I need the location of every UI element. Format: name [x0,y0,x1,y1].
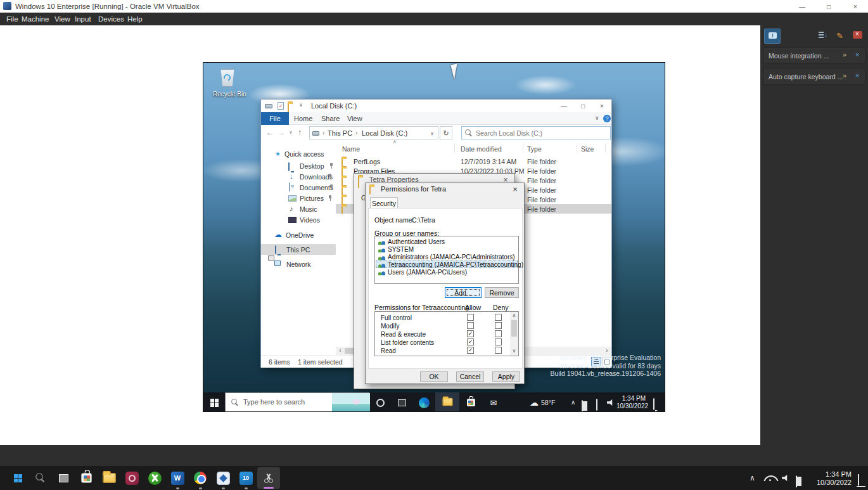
host-tray-chevron-icon[interactable]: ∧ [750,474,755,482]
up-icon[interactable]: ↑ [298,128,302,137]
network-tray-icon[interactable] [596,399,597,411]
host-search-button[interactable] [29,466,52,490]
cancel-button[interactable]: Cancel [456,371,484,382]
column-header-date[interactable]: Date modified [461,145,502,153]
host-task-view-button[interactable] [52,466,75,490]
column-header-size[interactable]: Size [581,145,594,153]
deny-checkbox[interactable] [495,330,502,337]
permissions-list[interactable]: Full control Modify Read & execute ✓ Lis… [374,311,519,356]
qat-dropdown-icon[interactable]: ∨ [299,102,303,108]
explorer-close-button[interactable]: × [592,100,611,112]
notification-ack-icon[interactable]: » [843,72,846,79]
menu-view[interactable]: View [54,15,70,23]
recent-dropdown-icon[interactable]: ∨ [289,129,293,135]
sidebar-item-music[interactable]: ♪ Music [261,204,336,214]
explorer-minimize-button[interactable]: — [554,100,573,112]
word-button[interactable]: W [166,466,189,490]
group-item-administrators[interactable]: Administrators (JAMAICA-PC\Administrator… [376,253,518,261]
scroll-down-icon[interactable]: ∨ [511,349,517,354]
permissions-close-button[interactable]: × [506,183,524,195]
notification-ack-icon[interactable]: » [843,51,846,58]
scroll-right-icon[interactable]: › [604,348,610,353]
sidebar-item-onedrive[interactable]: ☁ OneDrive [261,230,336,240]
notification-bell-icon[interactable] [858,474,859,486]
host-battery-icon[interactable] [796,475,797,487]
search-box[interactable]: Search Local Disk (C:) [461,126,611,139]
allow-checkbox[interactable] [467,322,474,329]
vm-start-button[interactable] [203,392,225,412]
sidebar-item-this-pc[interactable]: This PC [261,244,336,255]
deny-checkbox[interactable] [495,347,502,354]
chrome-button[interactable] [189,466,212,490]
add-button[interactable]: Add... [445,287,482,298]
notification-item-auto-capture[interactable]: Auto capture keyboard ... » × [763,68,865,85]
back-icon[interactable]: ← [266,128,274,137]
notification-close-icon[interactable]: × [855,51,859,58]
tab-file[interactable]: File [261,112,289,125]
crumb-current[interactable]: Local Disk (C:) [362,129,407,137]
group-item-users[interactable]: Users (JAMAICA-PC\Users) [376,268,518,276]
tab-security[interactable]: Security [370,197,398,209]
column-divider[interactable] [523,143,523,153]
column-divider[interactable] [605,143,606,153]
edge-button[interactable] [412,392,435,412]
menu-help[interactable]: Help [127,15,143,23]
permissions-scrollbar[interactable]: ∧ ∨ [510,312,518,356]
host-file-explorer-button[interactable] [98,466,120,490]
allow-checkbox[interactable]: ✓ [467,347,474,354]
tab-view[interactable]: View [347,115,362,122]
notification-center-button[interactable]: ! [764,29,781,44]
menu-input[interactable]: Input [75,15,91,23]
menu-machine[interactable]: Machine [22,15,49,23]
dismiss-all-icon[interactable]: × [853,31,862,39]
column-header-name[interactable]: Name [342,145,360,153]
task-view-button[interactable] [391,392,412,412]
host-store-button[interactable] [75,466,98,490]
file-row-perflogs[interactable]: PerfLogs 12/7/2019 3:14 AM File folder [336,157,611,166]
apply-button[interactable]: Apply [492,371,520,382]
volume-icon[interactable] [607,399,614,406]
menu-devices[interactable]: Devices [98,15,124,23]
column-divider[interactable] [454,143,455,153]
notification-item-mouse-integration[interactable]: Mouse integration ... » × [763,47,865,64]
windows10-app-button[interactable]: 10 [234,466,257,490]
allow-checkbox[interactable]: ✓ [467,330,474,337]
vm-weather-widget[interactable]: ☁ 58°F [530,392,566,412]
red-app-button[interactable] [120,466,143,490]
tab-share[interactable]: Share [321,115,340,122]
allow-checkbox[interactable] [467,314,474,321]
recycle-bin[interactable]: Recycle Bin [211,68,244,100]
vm-clock[interactable]: 1:34 PM 10/30/2022 [616,395,646,410]
scroll-left-icon[interactable]: ‹ [337,348,343,353]
help-icon[interactable]: ? [603,115,611,122]
vm-search-box[interactable]: Type here to search [225,392,369,412]
sort-notifications-icon[interactable]: ↓ [819,30,829,41]
vbox-restore-button[interactable]: □ [819,0,839,13]
deny-checkbox[interactable] [495,314,502,321]
xbox-button[interactable] [143,466,166,490]
group-item-system[interactable]: SYSTEM [376,245,518,253]
vbox-minimize-button[interactable]: — [792,0,812,13]
forward-icon[interactable]: → [278,128,285,137]
sidebar-item-desktop[interactable]: Desktop [261,161,336,171]
refresh-button[interactable]: ↻ [440,126,452,139]
mail-button[interactable]: ✉ [482,392,505,412]
crumb-this-pc[interactable]: This PC [328,129,352,137]
allow-checkbox[interactable]: ✓ [467,338,474,345]
ribbon-collapse-icon[interactable]: ∨ [595,115,599,121]
deny-checkbox[interactable] [495,338,502,345]
virtualbox-button[interactable] [212,466,234,490]
qat-checkdoc-icon[interactable]: ✓ [278,102,284,110]
store-button[interactable] [459,392,482,412]
battery-icon[interactable] [582,400,583,412]
sidebar-quick-access[interactable]: ★ Quick access [261,149,336,159]
group-item-authenticated-users[interactable]: Authenticated Users [376,238,518,245]
vbox-close-button[interactable]: × [845,0,865,13]
column-header-type[interactable]: Type [527,145,542,153]
ok-button[interactable]: OK [420,371,448,382]
sidebar-item-videos[interactable]: Videos [261,215,336,225]
cortana-button[interactable] [369,392,391,412]
host-start-button[interactable] [6,466,29,490]
sidebar-item-documents[interactable]: Documents [261,183,336,193]
tray-chevron-icon[interactable]: ∧ [571,399,575,406]
